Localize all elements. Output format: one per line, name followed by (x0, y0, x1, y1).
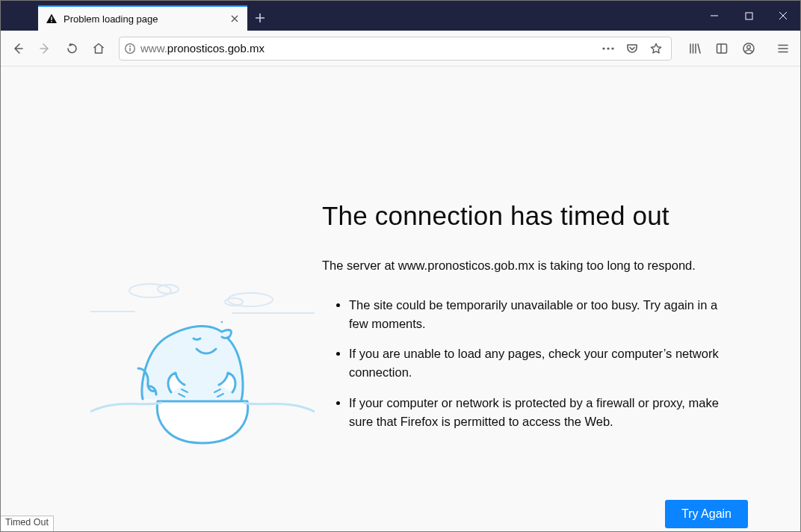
warning-icon (46, 13, 58, 25)
status-bar: Timed Out (1, 516, 54, 531)
bookmark-star-icon[interactable] (646, 38, 667, 59)
toolbar-end-buttons (679, 36, 796, 61)
maximize-button[interactable] (732, 1, 766, 31)
error-subtitle: The server at www.pronosticos.gob.mx is … (322, 256, 726, 275)
reload-button[interactable] (59, 36, 84, 61)
page-actions (598, 38, 667, 59)
home-button[interactable] (86, 36, 111, 61)
svg-rect-2 (746, 13, 752, 19)
svg-rect-5 (129, 48, 130, 52)
url-host: pronosticos.gob.mx (167, 42, 265, 55)
error-suggestion-item: If you are unable to load any pages, che… (349, 344, 737, 382)
url-prefix: www. (140, 42, 167, 55)
url-bar[interactable]: www.pronosticos.gob.mx (119, 37, 672, 61)
tab-strip: Problem loading page (1, 1, 800, 31)
svg-rect-1 (51, 21, 52, 22)
error-suggestion-item: The site could be temporarily unavailabl… (349, 296, 737, 333)
pocket-icon[interactable] (622, 38, 643, 59)
svg-rect-0 (51, 17, 52, 21)
svg-point-19 (209, 326, 211, 327)
back-button[interactable] (5, 36, 31, 61)
browser-window: Problem loading page (0, 0, 801, 532)
error-suggestions: The site could be temporarily unavailabl… (322, 296, 740, 431)
error-heading: The connection has timed out (322, 201, 740, 231)
svg-point-14 (158, 285, 179, 294)
library-button[interactable] (682, 36, 708, 61)
tab-title: Problem loading page (64, 13, 158, 25)
svg-point-7 (607, 47, 609, 49)
app-menu-button[interactable] (770, 36, 796, 61)
svg-point-8 (611, 47, 613, 49)
error-illustration (90, 276, 315, 470)
svg-point-12 (747, 45, 751, 49)
page-actions-menu-button[interactable] (598, 38, 619, 59)
content-area: The connection has timed out The server … (1, 66, 800, 531)
svg-point-4 (129, 46, 131, 47)
url-text: www.pronosticos.gob.mx (140, 42, 593, 55)
tab-active[interactable]: Problem loading page (38, 5, 247, 31)
svg-point-13 (129, 284, 171, 297)
svg-point-6 (602, 47, 604, 49)
svg-point-15 (228, 293, 273, 306)
try-again-button[interactable]: Try Again (665, 500, 748, 528)
identity-info-icon[interactable] (124, 43, 136, 55)
close-window-button[interactable] (766, 1, 800, 31)
svg-rect-9 (717, 44, 727, 53)
svg-point-20 (221, 321, 223, 323)
error-message: The connection has timed out The server … (322, 201, 740, 442)
navigation-toolbar: www.pronosticos.gob.mx (1, 31, 800, 66)
error-suggestion-item: If your computer or network is protected… (349, 394, 737, 431)
minimize-button[interactable] (697, 1, 732, 31)
window-controls (697, 1, 800, 31)
new-tab-button[interactable] (247, 5, 273, 31)
tab-close-button[interactable] (228, 12, 241, 25)
account-button[interactable] (736, 36, 761, 61)
forward-button (32, 36, 58, 61)
sidebar-button[interactable] (709, 36, 734, 61)
